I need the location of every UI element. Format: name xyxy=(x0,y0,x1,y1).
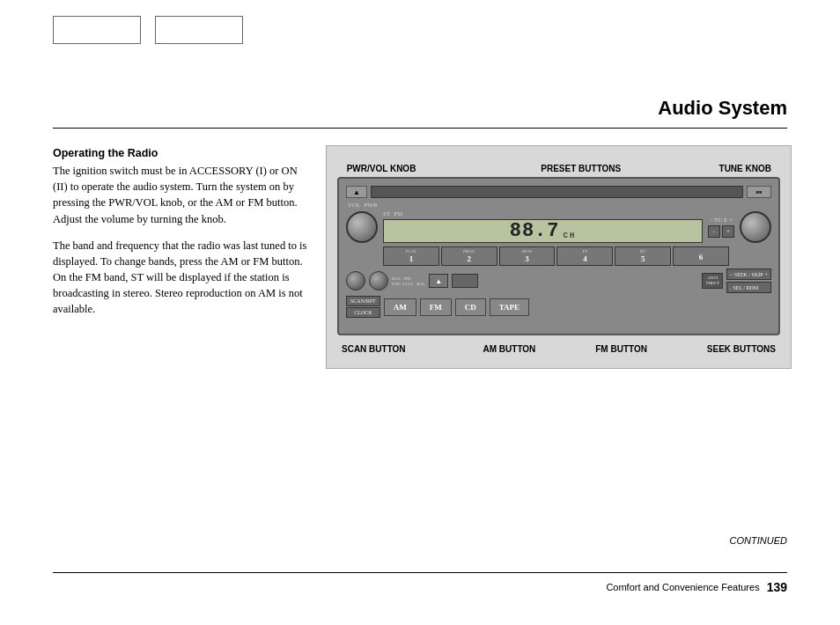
fad-label: FAD xyxy=(392,282,401,286)
preset-1-label: PLAY xyxy=(406,249,417,254)
scan-bottom-label: SCAN BUTTON xyxy=(342,344,406,354)
eq-knob-2[interactable] xyxy=(369,271,388,290)
preset-2-label: PROG xyxy=(463,249,475,254)
logo-area: ■■ xyxy=(747,186,771,198)
eq-row-1: BAS TRE xyxy=(392,276,425,281)
pwr-label: PWR xyxy=(364,202,377,209)
preset-1[interactable]: PLAY 1 xyxy=(383,246,439,266)
clock-btn[interactable]: CLOCK xyxy=(346,307,380,318)
sel-rdm-label: SEL / RDM xyxy=(733,285,758,290)
preset-5-label: DC xyxy=(640,249,646,254)
frequency-display: 88.7 CH xyxy=(383,219,703,243)
bas-label: BAS xyxy=(392,276,401,281)
radio-diagram: PWR/VOL KNOB PRESET BUTTONS TUNE KNOB ▲ … xyxy=(326,145,792,369)
preset-4[interactable]: FF 4 xyxy=(556,246,613,266)
footer-page-number: 139 xyxy=(767,580,787,594)
section-divider xyxy=(53,128,787,129)
preset-5-num: 5 xyxy=(641,254,645,263)
seek-skip-label: SEEK / SKIP xyxy=(734,272,763,277)
eq-labels-area: BAS TRE FAD FULL BAL xyxy=(392,276,425,286)
bal-label: BAL xyxy=(416,282,425,286)
middle-controls-row: BAS TRE FAD FULL BAL ▲ ANTITHEFT –SEEK /… xyxy=(346,268,771,293)
paragraph-1: The ignition switch must be in ACCESSORY… xyxy=(53,163,313,227)
scan-rpt-btn[interactable]: SCAN/RPT xyxy=(346,296,380,306)
eject-2-button[interactable]: ▲ xyxy=(429,274,448,288)
preset-2[interactable]: PROG 2 xyxy=(441,246,497,266)
section-title: Operating the Radio xyxy=(53,145,313,161)
vol-label: VOL xyxy=(348,202,360,209)
ch-label: CH xyxy=(564,232,577,240)
preset-1-num: 1 xyxy=(409,254,414,263)
seek-bottom-label: SEEK BUTTONS xyxy=(707,344,776,354)
sel-rdm-btn[interactable]: .SEL / RDM xyxy=(726,282,771,293)
fm-label: FM xyxy=(394,210,402,217)
preset-label: PRESET BUTTONS xyxy=(541,164,621,173)
vol-knob[interactable] xyxy=(346,211,378,243)
tune-knob[interactable] xyxy=(740,211,771,243)
vol-pwr-strip: VOL PWR xyxy=(346,202,771,209)
preset-buttons-row: PLAY 1 PROG 2 REW 3 FF 4 DC 5 6 xyxy=(346,246,771,266)
preset-2-num: 2 xyxy=(467,254,471,263)
tre-label: TRE xyxy=(403,276,411,281)
tape-slot xyxy=(371,186,743,198)
bottom-labels: SCAN BUTTON AM BUTTON FM BUTTON SEEK BUT… xyxy=(337,344,780,354)
st-label: ST xyxy=(383,210,390,217)
seek-skip-btn[interactable]: –SEEK / SKIP+ xyxy=(726,268,771,280)
tune-minus-btn[interactable]: – xyxy=(708,225,720,238)
tune-controls: – TU E + – + xyxy=(708,217,734,238)
cd-button[interactable]: CD xyxy=(455,298,486,316)
preset-6[interactable]: 6 xyxy=(673,246,729,266)
text-column: Operating the Radio The ignition switch … xyxy=(53,145,313,327)
am-bottom-label: AM BUTTON xyxy=(483,344,536,354)
preset-6-num: 6 xyxy=(699,253,704,261)
tape-button[interactable]: TAPE xyxy=(490,298,529,316)
nav-box-1[interactable] xyxy=(53,16,141,44)
preset-3-num: 3 xyxy=(525,254,529,263)
scan-clock-area: SCAN/RPT CLOCK xyxy=(346,296,380,318)
page-title: Audio System xyxy=(658,97,787,120)
tune-text: – TU E + xyxy=(710,217,733,224)
continued-text: CONTINUED xyxy=(730,535,787,546)
am-button[interactable]: AM xyxy=(384,298,416,316)
preset-5[interactable]: DC 5 xyxy=(615,246,671,266)
radio-top-strip: ▲ ■■ xyxy=(346,186,771,198)
source-buttons-row: SCAN/RPT CLOCK AM FM CD TAPE xyxy=(346,296,771,318)
footer: Comfort and Convenience Features 139 xyxy=(53,572,787,594)
eq-knob-1[interactable] xyxy=(346,271,365,290)
preset-4-label: FF xyxy=(583,249,588,254)
preset-4-num: 4 xyxy=(583,254,587,263)
full-label: FULL xyxy=(403,282,415,286)
nav-boxes xyxy=(53,16,243,44)
preset-3[interactable]: REW 3 xyxy=(499,246,556,266)
anti-theft-area: ANTITHEFT xyxy=(702,273,723,289)
preset-3-label: REW xyxy=(522,249,532,254)
tune-plus-btn[interactable]: + xyxy=(722,225,734,238)
display-sublabels: ST FM xyxy=(383,210,703,217)
fm-button[interactable]: FM xyxy=(420,298,452,316)
frequency-value: 88.7 xyxy=(510,220,560,242)
paragraph-2: The band and frequency that the radio wa… xyxy=(53,238,313,318)
eject-button[interactable]: ▲ xyxy=(346,186,367,198)
footer-label: Comfort and Convenience Features xyxy=(606,582,759,592)
radio-unit: ▲ ■■ VOL PWR ST FM 88.7 CH xyxy=(337,177,780,335)
tune-label-top: TUNE KNOB xyxy=(719,164,771,173)
seek-area: –SEEK / SKIP+ .SEL / RDM xyxy=(726,268,771,293)
anti-theft-label: ANTITHEFT xyxy=(702,273,723,289)
filler-button xyxy=(452,274,478,288)
eq-row-2: FAD FULL BAL xyxy=(392,282,425,286)
fm-bottom-label: FM BUTTON xyxy=(595,344,647,354)
pwr-vol-label: PWR/VOL KNOB xyxy=(346,164,416,173)
nav-box-2[interactable] xyxy=(155,16,243,44)
